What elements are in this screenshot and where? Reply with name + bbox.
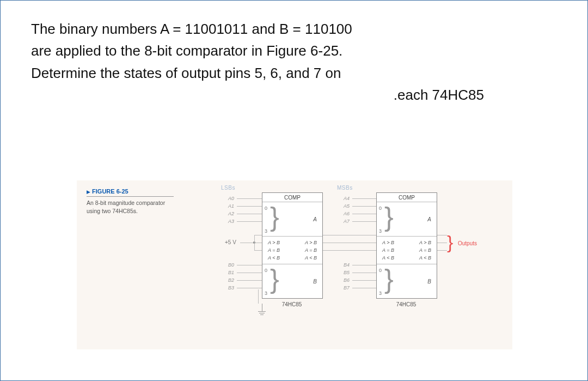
pin-num-0: 0 <box>265 267 267 274</box>
mid-r: A = B <box>305 246 317 254</box>
wire <box>352 198 376 199</box>
wire <box>237 273 262 273</box>
chip-lsb: COMP 0 3 } A A > BA > B A = BA = B A < B… <box>262 192 323 299</box>
mid-l: A > B <box>382 239 394 246</box>
caption-rule <box>87 196 174 197</box>
wire <box>237 214 262 214</box>
line1: The binary numbers A = 11001011 and B = … <box>31 21 352 37</box>
output-wire <box>436 235 447 235</box>
mid-l: A < B <box>382 254 394 262</box>
cascade-wire <box>322 235 376 235</box>
cascade-wire <box>322 250 376 251</box>
wire-vcc-top <box>254 235 262 235</box>
mid-l: A = B <box>382 246 394 254</box>
pin-a0: A0 <box>228 196 234 201</box>
wire-gnd <box>258 289 259 304</box>
wire <box>237 288 262 288</box>
mid-l: A = B <box>268 246 280 254</box>
mid-r: A < B <box>419 254 431 262</box>
pin-a1: A1 <box>228 203 234 209</box>
wire <box>352 206 376 207</box>
vcc-label: +5 V <box>225 239 236 245</box>
pin-b5: B5 <box>344 270 350 275</box>
pin-b2: B2 <box>228 277 234 283</box>
mid-r: A > B <box>305 239 317 246</box>
problem-text: The binary numbers A = 11001011 and B = … <box>1 1 587 106</box>
pin-num-0: 0 <box>265 204 267 212</box>
pin-b0: B0 <box>228 262 234 268</box>
wire <box>352 273 376 273</box>
mid-l: A < B <box>268 254 280 262</box>
brace-icon: } <box>384 265 394 293</box>
mid-r: A > B <box>419 239 431 246</box>
mid-l: A > B <box>268 239 280 246</box>
line3: Determine the states of output pins 5, 6… <box>31 65 341 81</box>
output-wire <box>436 250 447 251</box>
cascade-wire <box>322 243 376 243</box>
wire <box>237 265 262 265</box>
lsbs-header: LSBs <box>221 185 235 191</box>
wire <box>237 221 262 222</box>
chip-name-2: 74HC85 <box>376 301 436 307</box>
pin-a2: A2 <box>228 211 234 216</box>
pin-a4: A4 <box>344 196 350 201</box>
figure-caption: ▶ FIGURE 6-25 An 8-bit magnitude compara… <box>87 188 185 215</box>
pin-b1: B1 <box>228 270 234 275</box>
group-b: B <box>427 279 431 285</box>
pin-a6: A6 <box>344 211 350 216</box>
output-wire <box>436 243 447 243</box>
figure-6-25: ▶ FIGURE 6-25 An 8-bit magnitude compara… <box>77 180 512 349</box>
caption-desc2: using two 74HC85s. <box>87 207 185 215</box>
brace-icon: } <box>270 203 279 231</box>
wire-vcc <box>240 243 262 243</box>
wire <box>237 198 262 199</box>
pin-b3: B3 <box>228 285 234 291</box>
wire-vcc-bot <box>254 250 262 251</box>
wire <box>352 288 376 288</box>
caption-desc1: An 8-bit magnitude comparator <box>87 199 185 207</box>
pin-num-0: 0 <box>379 204 382 212</box>
wire <box>352 221 376 222</box>
wire <box>352 280 376 281</box>
brace-icon: } <box>384 203 394 231</box>
pin-num-3: 3 <box>379 227 382 235</box>
chip-title: COMP <box>377 193 437 202</box>
chip-msb: COMP 0 3 } A A > BA > B A = BA = B A < B… <box>376 192 437 299</box>
group-a: A <box>313 216 317 222</box>
pin-a3: A3 <box>228 219 234 224</box>
outputs-label: Outputs <box>458 240 477 246</box>
group-a: A <box>427 216 431 222</box>
pin-num-3: 3 <box>265 227 267 235</box>
msbs-header: MSBs <box>337 185 353 191</box>
wire <box>352 265 376 265</box>
wire <box>237 206 262 207</box>
pin-a7: A7 <box>344 219 350 224</box>
pin-a5: A5 <box>344 203 350 209</box>
mid-r: A = B <box>419 246 431 254</box>
wire <box>352 214 376 214</box>
pin-b7: B7 <box>344 285 350 291</box>
line2: are applied to the 8-bit comparator in F… <box>31 43 342 59</box>
chip-title: COMP <box>262 193 322 202</box>
mid-r: A < B <box>305 254 317 262</box>
output-brace-icon: } <box>447 233 453 251</box>
group-b: B <box>313 279 317 285</box>
wire <box>237 280 262 281</box>
pin-b4: B4 <box>344 262 350 268</box>
pin-num-3: 3 <box>265 289 267 297</box>
brace-icon: } <box>270 265 279 293</box>
line4: .each 74HC85 <box>394 87 484 103</box>
chip-name-1: 74HC85 <box>262 301 322 307</box>
wire-vcc-v <box>254 235 255 250</box>
pin-b6: B6 <box>344 277 350 283</box>
pin-num-3: 3 <box>379 289 382 297</box>
figure-label: FIGURE 6-25 <box>92 188 128 195</box>
pin-num-0: 0 <box>379 267 382 274</box>
